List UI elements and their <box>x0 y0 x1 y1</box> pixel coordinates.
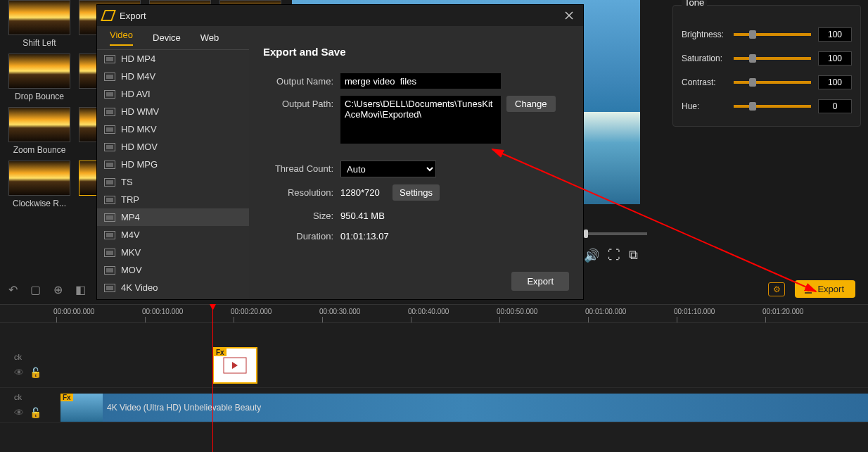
tab-video[interactable]: Video <box>110 30 133 46</box>
export-form: Export and Save Output Name: Output Path… <box>249 26 583 299</box>
format-item[interactable]: TRP <box>97 191 249 208</box>
tool-row: ↶ ▢ ⊕ ◧ <box>0 279 95 300</box>
track-effects[interactable]: ck 👁 🔓 Fx <box>0 343 868 388</box>
format-label: HD M4V <box>121 71 155 82</box>
dialog-export-button[interactable]: Export <box>511 272 569 291</box>
lock-icon[interactable]: 🔓 <box>30 407 42 418</box>
lock-icon[interactable]: 🔓 <box>30 367 42 378</box>
video-clip[interactable]: Fx 4K Video (Ultra HD) Unbelievable Beau… <box>60 394 868 422</box>
output-path-input[interactable] <box>340 96 501 144</box>
track-video[interactable]: ck 👁 🔓 Fx 4K Video (Ultra HD) Unbelievab… <box>0 388 868 423</box>
tone-row: Hue: <box>682 99 852 113</box>
format-label: HD MKV <box>121 124 157 134</box>
ruler-tick: 00:00:10.000 <box>145 305 234 322</box>
label-thread-count: Thread Count: <box>263 161 340 174</box>
tab-web[interactable]: Web <box>200 32 219 43</box>
tab-device[interactable]: Device <box>153 32 181 43</box>
ruler-tick: 00:00:30.000 <box>322 305 411 322</box>
format-item[interactable]: MKV <box>97 244 249 261</box>
format-label: TS <box>121 177 133 187</box>
format-item[interactable]: MP4 <box>97 208 249 226</box>
player-progress[interactable] <box>584 232 647 235</box>
tone-slider[interactable] <box>734 57 811 60</box>
eye-icon[interactable]: 👁 <box>14 407 24 418</box>
close-icon[interactable] <box>561 7 577 24</box>
resolution-value: 1280*720 <box>340 184 392 198</box>
main-export-button[interactable]: Export <box>795 280 855 298</box>
format-item[interactable]: MOV <box>97 261 249 279</box>
format-file-icon <box>104 178 115 187</box>
format-label: HD MPG <box>121 159 158 170</box>
timeline-ruler[interactable]: 00:00:00.00000:00:10.00000:00:20.00000:0… <box>0 305 868 323</box>
ruler-tick: 00:00:50.000 <box>499 305 588 322</box>
volume-icon[interactable]: 🔊 <box>584 248 599 263</box>
format-item[interactable]: M4V <box>97 226 249 244</box>
effect-item[interactable]: Zoom Bounce <box>6 107 73 155</box>
format-file-icon <box>104 161 115 169</box>
label-output-name: Output Name: <box>263 73 340 87</box>
snapshot-icon[interactable]: ⛶ <box>608 248 620 263</box>
effect-item[interactable]: Shift Left <box>6 0 73 48</box>
tone-value-input[interactable] <box>818 51 852 65</box>
effect-label: Clockwise R... <box>6 199 73 208</box>
fx-clip[interactable]: Fx <box>212 347 257 384</box>
format-tabs: Video Device Web <box>97 26 249 50</box>
format-label: HD WMV <box>121 106 159 117</box>
add-icon[interactable]: ⊕ <box>53 283 63 296</box>
change-button[interactable]: Change <box>506 96 556 112</box>
format-item[interactable]: HD MOV <box>97 138 249 156</box>
effect-item[interactable]: Drop Bounce <box>6 54 73 101</box>
format-label: MKV <box>121 247 141 258</box>
format-list: HD MP4HD M4VHD AVIHD WMVHD MKVHD MOVHD M… <box>97 50 249 299</box>
player-controls: 🔊 ⛶ ⧉ <box>584 232 658 275</box>
tone-slider[interactable] <box>734 81 811 84</box>
format-file-icon <box>104 125 115 134</box>
format-item[interactable]: HD M4V <box>97 68 249 85</box>
tone-label: Saturation: <box>682 54 734 63</box>
dialog-titlebar: Export <box>97 5 583 26</box>
format-item[interactable]: HD AVI <box>97 85 249 103</box>
settings-button[interactable]: Settings <box>392 184 440 201</box>
format-item[interactable]: HD MPG <box>97 156 249 173</box>
tool4-icon[interactable]: ◧ <box>75 283 86 296</box>
track-label: ck <box>14 353 56 361</box>
fullscreen-icon[interactable]: ⧉ <box>629 248 638 263</box>
marker-icon[interactable]: ▢ <box>30 283 41 296</box>
tone-label: Hue: <box>682 101 734 111</box>
ruler-tick: 00:01:20.000 <box>765 305 854 322</box>
dialog-title: Export <box>120 11 146 21</box>
fx-badge: Fx <box>60 394 73 401</box>
timeline: 00:00:00.00000:00:10.00000:00:20.00000:0… <box>0 304 868 452</box>
ruler-tick: 00:01:10.000 <box>677 305 765 322</box>
format-side-column: Video Device Web HD MP4HD M4VHD AVIHD WM… <box>97 26 249 299</box>
clip-title: 4K Video (Ultra HD) Unbelievable Beauty <box>107 403 261 413</box>
label-duration: Duration: <box>263 228 340 241</box>
format-label: 4K Video <box>121 282 158 293</box>
format-item[interactable]: TS <box>97 173 249 191</box>
tone-slider[interactable] <box>734 33 811 36</box>
fx-badge: Fx <box>214 349 226 356</box>
tone-value-input[interactable] <box>818 75 852 89</box>
format-file-icon <box>104 90 115 99</box>
format-file-icon <box>104 266 115 275</box>
playhead[interactable] <box>212 304 213 452</box>
effect-label: Drop Bounce <box>6 92 73 101</box>
eye-icon[interactable]: 👁 <box>14 367 24 378</box>
render-icon[interactable]: ⚙ <box>768 282 785 296</box>
dialog-heading: Export and Save <box>263 46 569 58</box>
format-item[interactable]: HD MKV <box>97 120 249 138</box>
format-item[interactable]: 4K Video <box>97 279 249 296</box>
tone-value-input[interactable] <box>818 99 852 113</box>
format-item[interactable]: HD WMV <box>97 103 249 120</box>
effect-item[interactable]: Clockwise R... <box>6 161 73 208</box>
format-label: HD MP4 <box>121 54 155 64</box>
tone-slider[interactable] <box>734 105 811 108</box>
thread-count-select[interactable]: Auto <box>340 161 436 177</box>
format-label: M4V <box>121 230 140 240</box>
format-file-icon <box>104 108 115 116</box>
tone-label: Contrast: <box>682 77 734 87</box>
tone-value-input[interactable] <box>818 27 852 42</box>
format-item[interactable]: HD MP4 <box>97 50 249 68</box>
undo-icon[interactable]: ↶ <box>8 283 18 296</box>
output-name-input[interactable] <box>340 73 501 89</box>
